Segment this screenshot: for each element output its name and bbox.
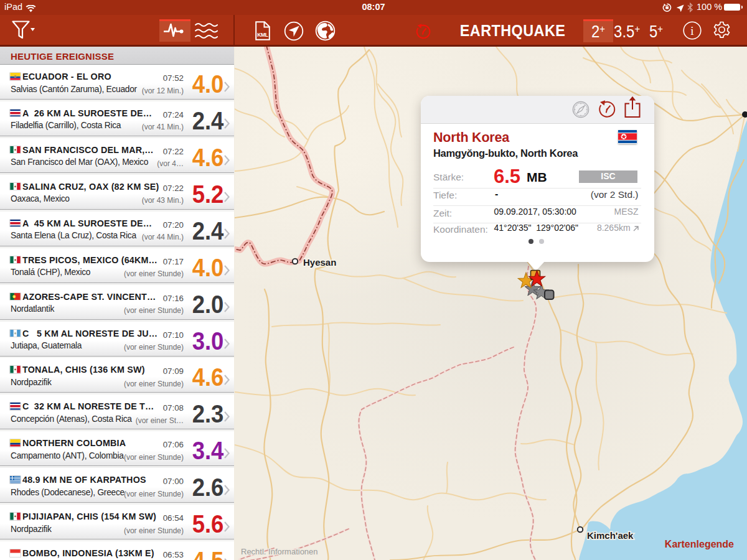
svg-text:Kimch'aek: Kimch'aek [587, 530, 634, 541]
svg-text:Kartenlegende: Kartenlegende [665, 539, 734, 549]
svg-text:Hyesan: Hyesan [303, 257, 336, 268]
svg-text:Rechtl. Informationen: Rechtl. Informationen [241, 547, 318, 556]
svg-text:KML: KML [257, 32, 268, 38]
svg-text:i: i [690, 24, 693, 37]
